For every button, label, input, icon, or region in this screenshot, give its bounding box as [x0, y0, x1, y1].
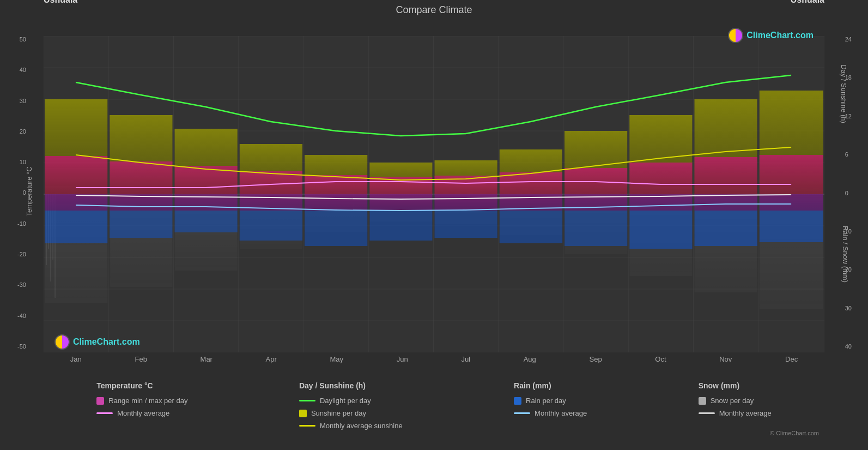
- svg-rect-66: [45, 156, 107, 211]
- city-label-left: Ushuaia: [44, 0, 77, 5]
- right-axis-label-bottom: Rain / Snow (mm): [841, 226, 849, 283]
- month-jun: Jun: [397, 355, 408, 363]
- city-label-right: Ushuaia: [791, 0, 824, 5]
- legend-label-temp-avg: Monthly average: [117, 409, 169, 417]
- copyright: © ClimeChart.com: [0, 430, 830, 436]
- svg-rect-72: [435, 176, 497, 211]
- legend-label-sunshine-avg: Monthly average sunshine: [320, 422, 403, 430]
- svg-rect-77: [760, 155, 823, 211]
- legend-col-rain: Rain (mm) Rain per day Monthly average: [514, 381, 587, 430]
- legend-bar-temp: [96, 397, 104, 405]
- legend-col-snow: Snow (mm) Snow per day Monthly average: [699, 381, 772, 430]
- legend-bar-sunshine: [299, 410, 307, 417]
- legend-item-rain-bar: Rain per day: [514, 397, 587, 405]
- month-jul: Jul: [461, 355, 470, 363]
- x-axis: Jan Feb Mar Apr May Jun Jul Aug Sep Oct …: [44, 355, 824, 363]
- legend-line-daylight: [299, 400, 315, 401]
- svg-rect-75: [629, 163, 692, 211]
- legend-item-rain-avg: Monthly average: [514, 409, 587, 417]
- svg-rect-70: [305, 175, 367, 211]
- legend-item-snow-bar: Snow per day: [699, 397, 772, 405]
- month-feb: Feb: [135, 355, 147, 363]
- logo-top-right: ClimeChart.com: [728, 28, 814, 43]
- legend-label-rain: Rain per day: [526, 397, 566, 405]
- legend-line-snow-avg: [699, 412, 715, 414]
- logo-circle-right: [728, 28, 743, 43]
- page-title: Compare Climate: [0, 0, 868, 17]
- legend-line-temp-avg: [96, 412, 113, 414]
- legend-area: Temperature °C Range min / max per day M…: [0, 371, 868, 430]
- right-axis-label-top: Day / Sunshine (h): [840, 64, 848, 123]
- legend-item-sunshine-avg: Monthly average sunshine: [299, 422, 403, 430]
- svg-rect-69: [240, 171, 302, 211]
- left-axis-label: Temperature °C: [25, 166, 33, 216]
- svg-rect-74: [564, 168, 627, 211]
- month-aug: Aug: [524, 355, 536, 363]
- legend-item-temp-range: Range min / max per day: [96, 397, 187, 405]
- logo-text-left: ClimeChart.com: [73, 337, 140, 347]
- month-jan: Jan: [70, 355, 82, 363]
- legend-item-snow-avg: Monthly average: [699, 409, 772, 417]
- main-chart: // Can't use JS in SVG this way, so we'l…: [44, 36, 824, 352]
- legend-item-daylight: Daylight per day: [299, 397, 403, 405]
- legend-col-temperature: Temperature °C Range min / max per day M…: [96, 381, 187, 430]
- legend-line-sunshine-avg: [299, 425, 315, 427]
- legend-label-snow-avg: Monthly average: [719, 409, 772, 417]
- month-dec: Dec: [785, 355, 798, 363]
- legend-label-temp-range: Range min / max per day: [108, 397, 187, 405]
- legend-title-temp: Temperature °C: [96, 381, 187, 390]
- legend-title-sunshine: Day / Sunshine (h): [299, 381, 403, 390]
- month-nov: Nov: [719, 355, 732, 363]
- logo-bottom-left: ClimeChart.com: [54, 334, 140, 350]
- month-apr: Apr: [266, 355, 277, 363]
- logo-text-right: ClimeChart.com: [746, 31, 814, 40]
- legend-label-rain-avg: Monthly average: [535, 409, 587, 417]
- month-sep: Sep: [590, 355, 602, 363]
- month-mar: Mar: [201, 355, 213, 363]
- svg-rect-73: [500, 172, 562, 211]
- logo-circle-left: [54, 334, 70, 350]
- legend-col-sunshine: Day / Sunshine (h) Daylight per day Suns…: [299, 381, 403, 430]
- legend-item-temp-avg: Monthly average: [96, 409, 187, 417]
- legend-bar-snow: [699, 397, 706, 405]
- legend-bar-rain: [514, 397, 521, 405]
- month-may: May: [330, 355, 344, 363]
- legend-title-snow: Snow (mm): [699, 381, 772, 390]
- legend-label-snow: Snow per day: [711, 397, 754, 405]
- legend-label-sunshine: Sunshine per day: [311, 409, 366, 417]
- legend-label-daylight: Daylight per day: [320, 397, 371, 405]
- legend-title-rain: Rain (mm): [514, 381, 587, 390]
- legend-item-sunshine-bar: Sunshine per day: [299, 409, 403, 417]
- legend-line-rain-avg: [514, 412, 530, 414]
- svg-rect-67: [110, 161, 172, 211]
- month-oct: Oct: [655, 355, 666, 363]
